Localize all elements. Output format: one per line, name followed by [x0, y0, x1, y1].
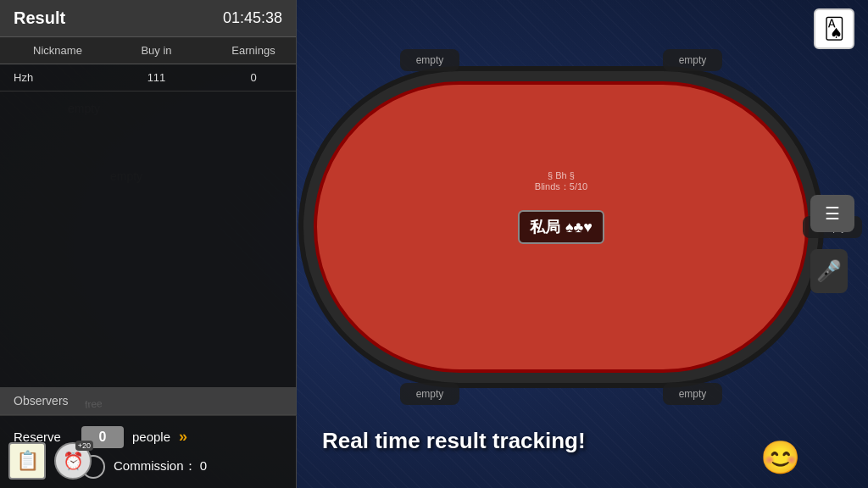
panel-timer: 01:45:38 [223, 9, 282, 27]
seat-top-right-label: empty [679, 54, 707, 66]
panel-table-header: Nickname Buy in Earnings [0, 37, 296, 64]
mic-icon: 🎤 [816, 259, 842, 283]
table-blinds: Blinds：5/10 [535, 180, 587, 193]
card-icon-symbol: 🂡 [824, 17, 845, 41]
seat-bot-left[interactable]: empty [400, 383, 459, 405]
table-suits: ♠♣♥ [565, 219, 593, 236]
free-watermark: free [84, 397, 103, 411]
table-felt: § Bh § Blinds：5/10 私局 ♠♣♥ [314, 81, 809, 373]
chat-icon: ☰ [825, 203, 840, 224]
row-0-buyin: 111 [102, 71, 211, 84]
forward-arrows-icon[interactable]: » [179, 428, 187, 446]
alarm-badge: +20 [75, 441, 93, 451]
commission-text: Commission： [114, 458, 197, 473]
alarm-icon-button[interactable]: ⏰ +20 [54, 442, 92, 480]
card-icon-button[interactable]: 🂡 [814, 8, 854, 49]
seat-bot-right[interactable]: empty [663, 383, 722, 405]
seat-top-left-label: empty [416, 54, 444, 66]
col-header-nickname: Nickname [0, 44, 102, 57]
panel-title: Result [14, 8, 65, 28]
poker-table: § Bh § Blinds：5/10 私局 ♠♣♥ empty empty em… [298, 66, 824, 388]
observers-bar: Observers [0, 387, 296, 414]
table-logo-box: 私局 ♠♣♥ [518, 210, 604, 244]
seat-top-right[interactable]: empty [663, 49, 722, 71]
panel-row-0: Hzh 111 0 [0, 64, 296, 92]
panel-header: Result 01:45:38 [0, 0, 296, 37]
notepad-icon-button[interactable]: 📋 [8, 442, 46, 480]
col-header-buyin: Buy in [102, 44, 211, 57]
table-logo: 私局 ♠♣♥ [518, 210, 604, 244]
observers-label: Observers [14, 394, 69, 408]
commission-value: 0 [200, 458, 207, 473]
row-0-earnings: 0 [211, 71, 296, 84]
row-0-nickname: Hzh [0, 71, 102, 84]
bottom-icons-area: 📋 ⏰ +20 [8, 442, 92, 480]
table-game-code: § Bh § [535, 170, 587, 180]
poker-table-area: § Bh § Blinds：5/10 私局 ♠♣♥ empty empty em… [288, 34, 834, 420]
people-label: people [132, 430, 170, 444]
seat-bot-left-label: empty [416, 388, 444, 400]
result-panel: Result 01:45:38 Nickname Buy in Earnings… [0, 0, 297, 415]
col-header-earnings: Earnings [211, 44, 296, 57]
smiley-icon-button[interactable]: 😊 [760, 439, 800, 476]
promo-text: Real time result tracking! [322, 428, 766, 454]
table-logo-text: 私局 [530, 217, 560, 237]
mic-icon-button[interactable]: 🎤 [810, 249, 848, 293]
table-info: § Bh § Blinds：5/10 [535, 170, 587, 193]
seat-bot-right-label: empty [679, 388, 707, 400]
commission-label: Commission： 0 [114, 458, 207, 474]
smiley-icon: 😊 [760, 440, 800, 475]
chat-icon-button[interactable]: ☰ [810, 195, 854, 232]
seat-top-left[interactable]: empty [400, 49, 459, 71]
right-icons-area: ☰ 🎤 [810, 195, 854, 293]
